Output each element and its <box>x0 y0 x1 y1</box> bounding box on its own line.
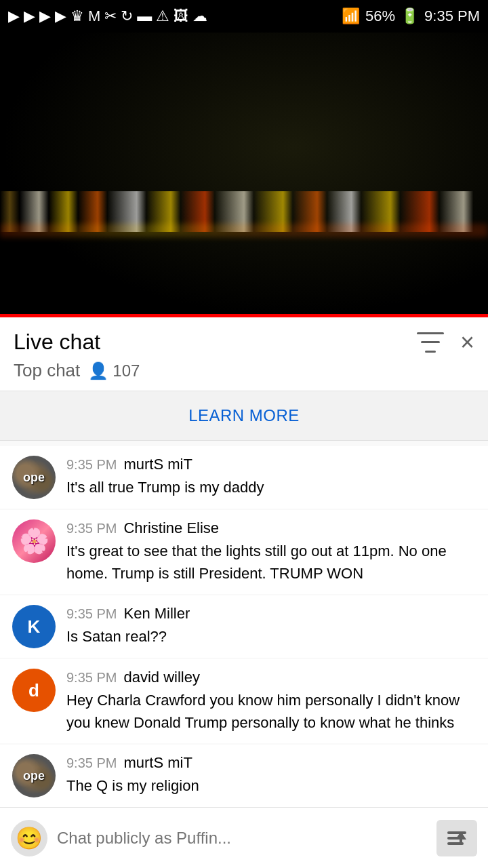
chat-message: ope 9:35 PM murtS miT It's all true Trum… <box>0 446 488 509</box>
avatar: 🌸 <box>12 519 56 563</box>
video-player[interactable] <box>0 33 488 317</box>
emoji-button[interactable]: 😊 <box>11 820 47 856</box>
message-content: 9:35 PM Ken Miller Is Satan real?? <box>66 605 476 648</box>
close-icon[interactable]: × <box>460 330 474 355</box>
avatar-flower-icon: 🌸 <box>19 527 49 555</box>
status-bar: ▶ ▶ ▶ ▶ ♛ M ✂ ↻ ▬ ⚠ 🖼 ☁ 📶 56% 🔋 9:35 PM <box>0 0 488 33</box>
message-content: 9:35 PM murtS miT It's all true Trump is… <box>66 456 476 498</box>
horizon-glow <box>0 224 488 237</box>
header-bottom-row: Top chat 👤 107 <box>14 360 474 391</box>
send-icon <box>445 826 469 850</box>
message-time: 9:35 PM <box>66 606 117 622</box>
message-meta: 9:35 PM david willey <box>66 669 476 686</box>
message-time: 9:35 PM <box>66 755 117 771</box>
app-icon-10: ⚠ <box>156 7 169 25</box>
app-icon-7: ✂ <box>104 7 117 25</box>
viewer-count-number: 107 <box>113 361 140 380</box>
chat-messages-list: ope 9:35 PM murtS miT It's all true Trum… <box>0 441 488 868</box>
avatar: ope <box>12 456 56 499</box>
app-icon-5: ♛ <box>70 7 84 25</box>
status-icons-right: 📶 56% 🔋 9:35 PM <box>342 7 480 25</box>
chat-input-bar: 😊 <box>0 807 488 868</box>
message-meta: 9:35 PM murtS miT <box>66 754 476 772</box>
message-author: murtS miT <box>123 754 192 772</box>
filter-line-2 <box>421 341 440 343</box>
message-text: The Q is my religion <box>66 774 476 797</box>
chat-message: 🌸 9:35 PM Christine Elise It's great to … <box>0 510 488 594</box>
message-text: It's great to see that the lights still … <box>66 540 476 585</box>
viewer-person-icon: 👤 <box>88 361 108 380</box>
message-meta: 9:35 PM Ken Miller <box>66 605 476 623</box>
app-icon-11: 🖼 <box>174 7 188 25</box>
header-top-row: Live chat × <box>14 330 474 355</box>
message-author: david willey <box>123 669 200 686</box>
emoji-icon: 😊 <box>16 825 43 851</box>
avatar: ope <box>12 754 56 797</box>
filter-icon[interactable] <box>417 331 444 354</box>
video-scene <box>0 33 488 317</box>
filter-line-1 <box>417 332 444 334</box>
message-meta: 9:35 PM murtS miT <box>66 456 476 473</box>
app-icon-12: ☁ <box>192 7 207 25</box>
app-icon-6: M <box>88 7 100 25</box>
message-meta: 9:35 PM Christine Elise <box>66 519 476 537</box>
app-icon-8: ↻ <box>121 7 133 25</box>
send-button[interactable] <box>436 820 477 856</box>
message-time: 9:35 PM <box>66 521 117 536</box>
live-chat-header: Live chat × Top chat 👤 107 <box>0 317 488 391</box>
message-time: 9:35 PM <box>66 670 117 686</box>
header-action-icons: × <box>417 330 474 355</box>
status-icons-left: ▶ ▶ ▶ ▶ ♛ M ✂ ↻ ▬ ⚠ 🖼 ☁ <box>8 7 207 25</box>
message-text: It's all true Trump is my daddy <box>66 476 476 498</box>
learn-more-text[interactable]: LEARN MORE <box>188 406 300 425</box>
app-icon-4: ▶ <box>55 7 66 25</box>
message-author: murtS miT <box>123 456 192 473</box>
app-icon-2: ▶ <box>24 7 35 25</box>
top-chat-label[interactable]: Top chat <box>14 360 80 381</box>
battery-icon: 🔋 <box>401 7 419 25</box>
message-author: Christine Elise <box>123 519 219 537</box>
avatar: K <box>12 605 56 648</box>
wifi-icon: 📶 <box>342 7 360 25</box>
video-progress-bar <box>0 314 488 317</box>
message-author: Ken Miller <box>123 605 190 623</box>
viewer-count: 👤 107 <box>88 361 140 380</box>
app-icon-1: ▶ <box>8 7 20 25</box>
message-time: 9:35 PM <box>66 457 117 473</box>
message-content: 9:35 PM murtS miT The Q is my religion <box>66 754 476 797</box>
message-content: 9:35 PM Christine Elise It's great to se… <box>66 519 476 585</box>
message-text: Is Satan real?? <box>66 625 476 648</box>
app-icon-9: ▬ <box>137 7 152 25</box>
chat-message: ope 9:35 PM murtS miT The Q is my religi… <box>0 745 488 807</box>
live-chat-title: Live chat <box>14 330 100 355</box>
message-text: Hey Charla Crawford you know him persona… <box>66 689 476 734</box>
chat-text-input[interactable] <box>57 820 427 856</box>
battery-percent: 56% <box>365 7 395 25</box>
learn-more-banner[interactable]: LEARN MORE <box>0 391 488 441</box>
clock: 9:35 PM <box>424 7 480 25</box>
avatar: d <box>12 669 56 712</box>
svg-rect-0 <box>447 831 466 834</box>
message-content: 9:35 PM david willey Hey Charla Crawford… <box>66 669 476 734</box>
chat-message: K 9:35 PM Ken Miller Is Satan real?? <box>0 595 488 658</box>
chat-message: d 9:35 PM david willey Hey Charla Crawfo… <box>0 659 488 743</box>
filter-line-3 <box>425 351 436 353</box>
app-icon-3: ▶ <box>39 7 51 25</box>
